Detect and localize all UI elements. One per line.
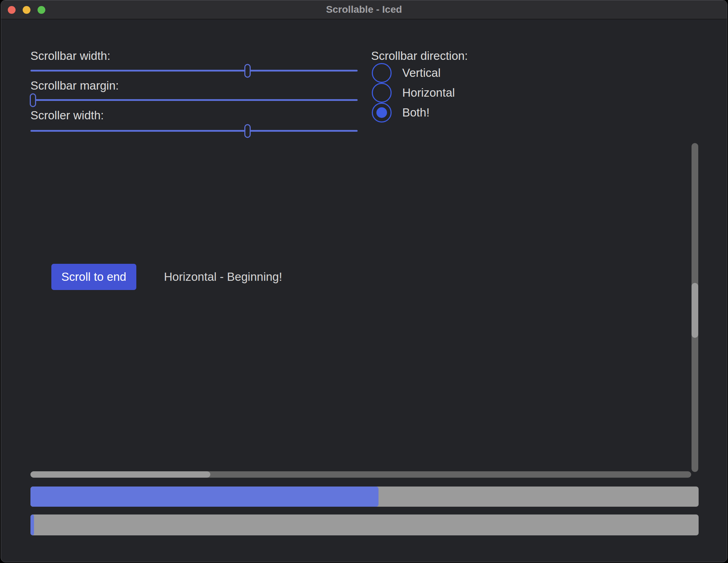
traffic-lights (8, 6, 45, 14)
radio-both-label[interactable]: Both! (402, 106, 430, 119)
scrollbar-width-slider[interactable] (30, 70, 358, 72)
scroller-width-label: Scroller width: (30, 109, 104, 122)
scrollbar-margin-slider-handle[interactable] (30, 93, 36, 107)
horizontal-progress-bar (30, 487, 699, 507)
radio-horizontal[interactable] (372, 83, 392, 103)
zoom-button[interactable] (38, 6, 45, 14)
vertical-progress-fill (30, 514, 34, 535)
horizontal-scrollbar-thumb[interactable] (30, 471, 210, 478)
window-title: Scrollable - Iced (326, 4, 402, 15)
radio-both[interactable] (372, 103, 392, 123)
vertical-scrollbar-thumb[interactable] (692, 283, 698, 338)
scrollbar-direction-label: Scrollbar direction: (371, 49, 468, 63)
radio-both-selected-dot (376, 107, 387, 118)
radio-vertical-label[interactable]: Vertical (402, 66, 440, 80)
scroller-width-slider[interactable] (30, 130, 358, 132)
vertical-progress-bar (30, 514, 699, 535)
radio-vertical[interactable] (372, 63, 392, 83)
scrollbar-margin-slider[interactable] (30, 99, 358, 101)
scrollbar-margin-label: Scrollbar margin: (30, 79, 119, 92)
scrollbar-width-label: Scrollbar width: (30, 49, 110, 63)
scroll-to-end-button[interactable]: Scroll to end (51, 264, 136, 290)
scroll-status-text: Horizontal - Beginning! (164, 270, 282, 284)
vertical-scrollbar-track[interactable] (692, 143, 698, 472)
scroller-width-slider-handle[interactable] (244, 124, 251, 138)
app-window: Scrollable - Iced Scrollbar width: Scrol… (1, 0, 727, 562)
horizontal-progress-fill (30, 487, 379, 507)
horizontal-scrollbar-track[interactable] (30, 471, 691, 478)
radio-horizontal-label[interactable]: Horizontal (402, 86, 455, 99)
close-button[interactable] (8, 6, 16, 14)
title-bar: Scrollable - Iced (1, 0, 727, 19)
minimize-button[interactable] (23, 6, 30, 14)
scrollbar-width-slider-handle[interactable] (244, 64, 251, 78)
